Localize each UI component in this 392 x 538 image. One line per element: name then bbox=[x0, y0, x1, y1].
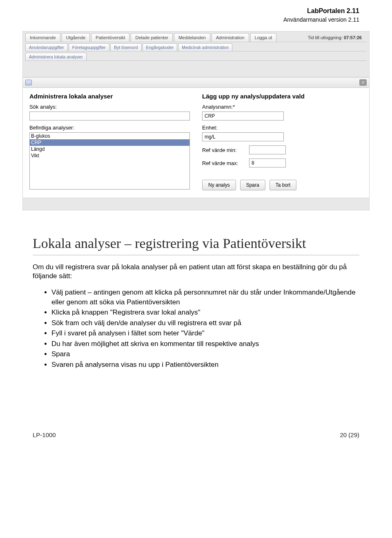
list-item: Spara bbox=[51, 349, 359, 359]
article-bullets: Välj patient – antingen genom att klicka… bbox=[33, 288, 359, 369]
unit-input[interactable] bbox=[202, 132, 284, 141]
app-body-bg-bottom bbox=[22, 198, 370, 210]
article-body: Lokala analyser – registrering via Patie… bbox=[0, 210, 392, 369]
doc-subtitle: Användarmanual version 2.11 bbox=[0, 16, 359, 23]
right-heading: Lägg upp ny analys/uppdatera vald bbox=[202, 93, 363, 100]
save-button[interactable]: Spara bbox=[240, 180, 265, 190]
list-item: Svaren på analyserna visas nu upp i Pati… bbox=[51, 360, 359, 369]
subtab-byt-losenord[interactable]: Byt lösenord bbox=[110, 43, 141, 51]
analysname-input[interactable] bbox=[202, 112, 284, 121]
refmax-input[interactable] bbox=[249, 158, 286, 167]
dialog-button-row: Ny analys Spara Ta bort bbox=[202, 180, 363, 190]
app-body-bg bbox=[25, 60, 367, 77]
logout-prefix: Tid till utloggning: bbox=[308, 35, 344, 40]
list-item[interactable]: Vikt bbox=[30, 152, 189, 159]
new-analysis-button[interactable]: Ny analys bbox=[202, 180, 236, 190]
sub-tabs-row: Användaruppgifter Företagsuppgifter Byt … bbox=[23, 42, 369, 51]
admin-dialog: × Administrera lokala analyser Sök analy… bbox=[22, 77, 370, 198]
analysname-label: Analysnamn:* bbox=[202, 104, 363, 110]
subtab-anvandaruppgifter[interactable]: Användaruppgifter bbox=[25, 43, 68, 51]
subtab3-administrera-lokala-analyser[interactable]: Administrera lokala analyser bbox=[25, 53, 87, 60]
tab-patientoversikt[interactable]: Patientöversikt bbox=[91, 33, 129, 42]
list-item: Välj patient – antingen genom att klicka… bbox=[51, 288, 359, 307]
page-footer: LP-1000 20 (29) bbox=[0, 370, 392, 451]
refmax-label: Ref värde max: bbox=[202, 160, 245, 166]
close-icon[interactable]: × bbox=[359, 79, 367, 86]
article-intro: Om du vill registrera svar på lokala ana… bbox=[33, 263, 359, 281]
tab-delade-patienter[interactable]: Delade patienter bbox=[131, 33, 173, 42]
main-tabs-row: Inkommande Utgående Patientöversikt Dela… bbox=[23, 31, 369, 42]
subtab-foretagsuppgifter[interactable]: Företagsuppgifter bbox=[69, 43, 109, 51]
footer-left: LP-1000 bbox=[33, 431, 56, 438]
doc-header: LabPortalen 2.11 Användarmanual version … bbox=[0, 0, 392, 27]
article-heading: Lokala analyser – registrering via Patie… bbox=[33, 235, 359, 255]
tab-meddelanden[interactable]: Meddelanden bbox=[174, 33, 210, 42]
sub-tabs3-row: Administrera lokala analyser bbox=[23, 51, 369, 60]
existing-label: Befintliga analyser: bbox=[29, 125, 190, 131]
list-item: Sök fram och välj den/de analyser du vil… bbox=[51, 318, 359, 328]
logout-time: 07:57:26 bbox=[344, 35, 362, 40]
left-heading: Administrera lokala analyser bbox=[29, 93, 190, 100]
delete-button[interactable]: Ta bort bbox=[270, 180, 297, 190]
tab-inkommande[interactable]: Inkommande bbox=[25, 33, 60, 42]
dialog-right-col: Lägg upp ny analys/uppdatera vald Analys… bbox=[202, 93, 363, 190]
subtab-engangskoder[interactable]: Engångskoder bbox=[143, 43, 178, 51]
search-input[interactable] bbox=[29, 112, 190, 121]
dialog-content: Administrera lokala analyser Sök analys:… bbox=[23, 88, 369, 198]
list-item[interactable]: B-glukos bbox=[30, 133, 189, 139]
footer-right: 20 (29) bbox=[340, 431, 359, 438]
existing-analyses-listbox[interactable]: B-glukosCRPLängdVikt bbox=[29, 132, 190, 190]
list-item: Klicka på knappen "Registrera svar lokal… bbox=[51, 308, 359, 317]
dialog-titlebar: × bbox=[23, 78, 369, 88]
logout-countdown: Tid till utloggning: 07:57:26 bbox=[308, 35, 367, 40]
list-item[interactable]: CRP bbox=[30, 139, 189, 146]
refmin-label: Ref värde min: bbox=[202, 147, 245, 153]
refmin-input[interactable] bbox=[249, 145, 286, 154]
search-label: Sök analys: bbox=[29, 104, 190, 110]
app-screenshot-chrome: Inkommande Utgående Patientöversikt Dela… bbox=[22, 31, 370, 77]
tab-utgaende[interactable]: Utgående bbox=[62, 33, 90, 42]
dialog-left-col: Administrera lokala analyser Sök analys:… bbox=[29, 93, 190, 190]
tab-logga-ut[interactable]: Logga ut bbox=[250, 33, 277, 42]
doc-title: LabPortalen 2.11 bbox=[0, 7, 359, 15]
subtab-medicinsk-administration[interactable]: Medicinsk administration bbox=[178, 43, 232, 51]
tab-administration[interactable]: Administration bbox=[212, 33, 249, 42]
list-item[interactable]: Längd bbox=[30, 146, 189, 152]
window-icon bbox=[25, 80, 32, 85]
list-item: Du har även möjlighet att skriva en komm… bbox=[51, 339, 359, 348]
unit-label: Enhet: bbox=[202, 125, 363, 131]
list-item: Fyll i svaret på analysen i fältet som h… bbox=[51, 328, 359, 338]
